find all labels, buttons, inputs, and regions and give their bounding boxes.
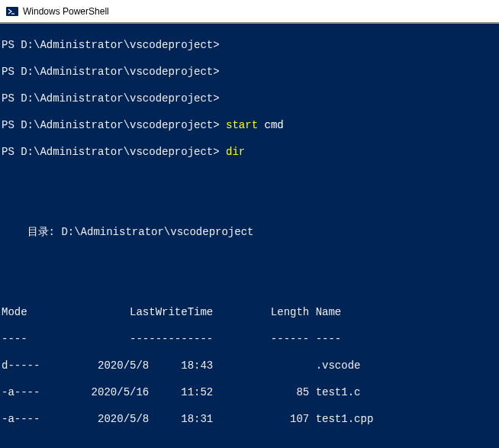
prompt-line: PS D:\Administrator\vscodeproject> xyxy=(2,66,499,79)
prompt-text: PS D:\Administrator\vscodeproject> xyxy=(2,146,226,158)
prompt-line: PS D:\Administrator\vscodeproject> dir xyxy=(2,146,499,160)
table-row: -a---- 2020/5/8 18:31 107 test1.cpp xyxy=(2,413,499,427)
terminal-area[interactable]: PS D:\Administrator\vscodeproject> PS D:… xyxy=(0,24,499,448)
directory-label: 目录: D:\Administrator\vscodeproject xyxy=(2,226,499,240)
prompt-line: PS D:\Administrator\vscodeproject> xyxy=(2,92,499,106)
blank-line xyxy=(2,440,499,449)
prompt-text: PS D:\Administrator\vscodeproject> xyxy=(2,119,226,131)
blank-line xyxy=(2,199,499,213)
command-dir: dir xyxy=(226,146,245,158)
blank-line xyxy=(2,279,499,293)
prompt-line: PS D:\Administrator\vscodeproject> xyxy=(2,39,499,53)
table-row: d----- 2020/5/8 18:43 .vscode xyxy=(2,359,499,373)
blank-line xyxy=(2,172,499,186)
prompt-line: PS D:\Administrator\vscodeproject> start… xyxy=(2,119,499,133)
window-title: Windows PowerShell xyxy=(23,6,109,17)
blank-line xyxy=(2,253,499,266)
table-header: Mode LastWriteTime Length Name xyxy=(2,306,499,320)
table-header-dash: ---- ------------- ------ ---- xyxy=(2,333,499,346)
command-arg: cmd xyxy=(258,119,284,131)
powershell-icon xyxy=(6,5,18,18)
window-titlebar[interactable]: Windows PowerShell xyxy=(0,0,499,23)
command-start: start xyxy=(226,119,258,131)
table-row: -a---- 2020/5/16 11:52 85 test1.c xyxy=(2,386,499,400)
